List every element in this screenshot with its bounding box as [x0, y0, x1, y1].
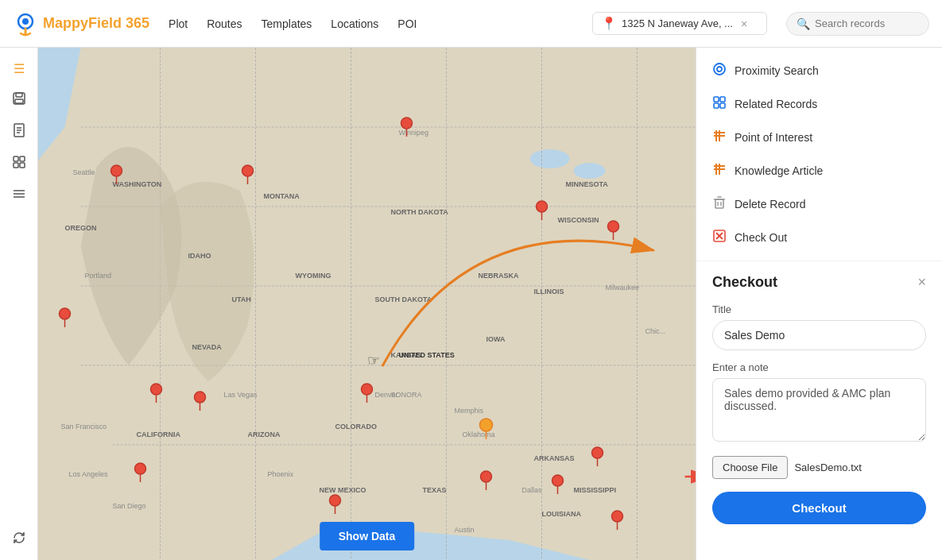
svg-rect-3 [16, 93, 22, 97]
point-of-interest-item[interactable]: Point of Interest [696, 121, 942, 154]
point-of-interest-icon [712, 129, 727, 146]
check-out-label: Check Out [735, 231, 787, 244]
svg-text:Dallas: Dallas [522, 486, 543, 494]
logo-text-main: MappyField [43, 15, 122, 31]
svg-text:San Francisco: San Francisco [61, 423, 107, 431]
proximity-search-item[interactable]: Proximity Search [696, 54, 942, 87]
svg-text:TEXAS: TEXAS [423, 486, 447, 494]
map-svg: WASHINGTON OREGON Portland IDAHO MONTANA… [38, 48, 696, 560]
toolbar-menu[interactable]: ☰ [5, 54, 33, 83]
svg-rect-4 [15, 99, 23, 103]
search-input[interactable] [815, 17, 918, 29]
svg-rect-11 [14, 163, 18, 168]
save-icon [12, 91, 26, 109]
svg-point-108 [717, 67, 722, 71]
map-container[interactable]: WASHINGTON OREGON Portland IDAHO MONTANA… [38, 48, 696, 560]
svg-rect-112 [720, 103, 725, 108]
svg-text:NEW MEXICO: NEW MEXICO [320, 486, 366, 494]
nav-routes[interactable]: Routes [207, 14, 242, 33]
svg-text:CALIFORNIA: CALIFORNIA [137, 431, 181, 438]
svg-text:WYOMING: WYOMING [296, 272, 331, 280]
title-input[interactable] [712, 320, 926, 350]
title-label: Title [712, 303, 926, 315]
svg-point-86 [362, 384, 373, 395]
check-out-item[interactable]: Check Out [696, 221, 942, 254]
svg-rect-110 [720, 97, 725, 102]
svg-text:IOWA: IOWA [487, 335, 506, 343]
svg-text:MISSISSIPPI: MISSISSIPPI [574, 486, 617, 494]
nav-locations[interactable]: Locations [331, 14, 378, 33]
svg-text:MINNESOTA: MINNESOTA [566, 180, 609, 188]
svg-text:MONTANA: MONTANA [264, 192, 300, 200]
svg-text:Winnipeg: Winnipeg [399, 129, 429, 137]
show-data-button[interactable]: Show Data [320, 522, 415, 550]
toolbar-save[interactable] [5, 86, 33, 114]
svg-text:Memphis: Memphis [455, 407, 484, 415]
svg-text:NEVADA: NEVADA [192, 343, 223, 351]
document-icon [12, 123, 26, 141]
svg-point-102 [612, 511, 623, 522]
note-label: Enter a note [712, 361, 926, 373]
svg-text:ILLINOIS: ILLINOIS [534, 288, 564, 295]
toolbar-document[interactable] [5, 118, 33, 146]
location-bar[interactable]: 📍 1325 N Janeway Ave, ... × [592, 12, 767, 35]
svg-text:NEBRASKA: NEBRASKA [479, 272, 520, 280]
checkout-submit-button[interactable]: Checkout [712, 492, 926, 524]
svg-text:SONORA: SONORA [391, 391, 422, 399]
toolbar-refresh[interactable] [5, 525, 33, 554]
svg-point-96 [481, 471, 492, 482]
delete-record-item[interactable]: Delete Record [696, 187, 942, 221]
toolbar-list[interactable] [5, 181, 33, 210]
toolbar-grid[interactable] [5, 149, 33, 178]
svg-point-88 [330, 495, 341, 506]
svg-rect-111 [714, 103, 719, 108]
nav-templates[interactable]: Templates [262, 14, 312, 33]
right-panel: Proximity Search Related Records [696, 48, 942, 560]
svg-point-94 [401, 118, 413, 129]
svg-point-84 [135, 463, 146, 474]
title-field-group: Title [712, 303, 926, 350]
svg-text:ARKANSAS: ARKANSAS [534, 454, 575, 462]
svg-text:NORTH DAKOTA: NORTH DAKOTA [391, 208, 449, 216]
svg-point-76 [242, 165, 254, 176]
search-icon: 🔍 [797, 17, 810, 30]
svg-text:Los Angeles: Los Angeles [69, 470, 109, 478]
svg-point-78 [60, 308, 71, 319]
related-records-item[interactable]: Related Records [696, 87, 942, 121]
logo-icon [13, 11, 38, 37]
note-textarea[interactable]: Sales demo provided & AMC plan discussed… [712, 378, 926, 442]
checkout-header: Checkout × [712, 274, 926, 291]
svg-text:UTAH: UTAH [232, 295, 251, 303]
note-field-group: Enter a note Sales demo provided & AMC p… [712, 361, 926, 445]
location-clear-icon[interactable]: × [741, 17, 747, 30]
svg-text:Chic...: Chic... [645, 327, 666, 335]
delete-record-icon [712, 195, 727, 213]
svg-text:COLORADO: COLORADO [335, 423, 378, 431]
choose-file-button[interactable]: Choose File [712, 456, 788, 479]
check-out-icon [712, 229, 727, 246]
nav-poi[interactable]: POI [397, 14, 417, 33]
refresh-icon [12, 531, 26, 548]
knowledge-article-item[interactable]: Knowledge Article [696, 154, 942, 187]
svg-point-92 [608, 221, 619, 232]
svg-text:WISCONSIN: WISCONSIN [558, 216, 599, 224]
delete-record-label: Delete Record [735, 198, 806, 210]
svg-text:Milwaukee: Milwaukee [606, 284, 640, 292]
related-records-label: Related Records [735, 98, 817, 110]
svg-point-98 [552, 475, 564, 486]
svg-text:Phoenix: Phoenix [268, 470, 294, 478]
svg-rect-121 [715, 199, 723, 208]
svg-text:ARIZONA: ARIZONA [248, 431, 281, 438]
proximity-search-icon [712, 62, 727, 79]
svg-text:OREGON: OREGON [65, 224, 97, 232]
logo[interactable]: MappyField 365 [13, 11, 149, 37]
svg-point-1 [22, 18, 29, 25]
panel-menu: Proximity Search Related Records [696, 48, 942, 261]
list-icon [12, 187, 26, 204]
search-bar[interactable]: 🔍 [786, 12, 929, 36]
nav-plot[interactable]: Plot [169, 14, 188, 33]
svg-text:Portland: Portland [85, 272, 112, 280]
svg-text:WASHINGTON: WASHINGTON [113, 180, 162, 188]
checkout-panel: Checkout × Title Enter a note Sales demo… [696, 261, 942, 560]
checkout-close-button[interactable]: × [917, 274, 926, 291]
